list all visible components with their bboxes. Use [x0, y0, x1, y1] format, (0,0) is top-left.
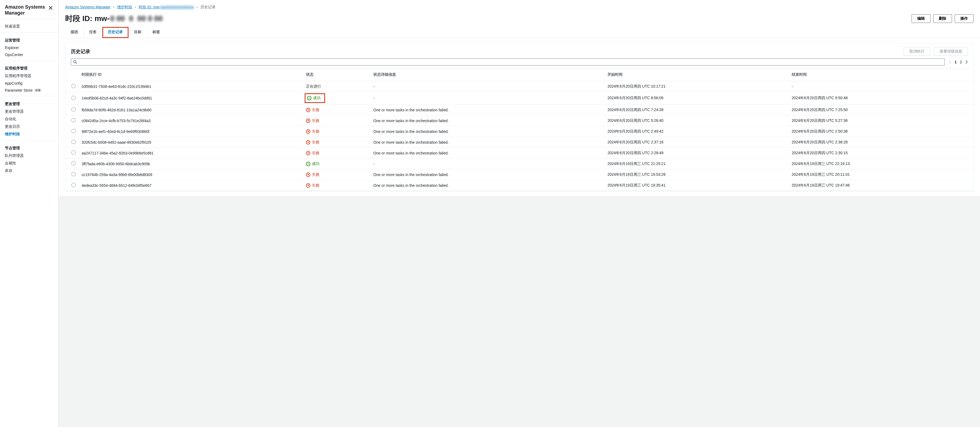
tab-targets[interactable]: 目标	[129, 27, 147, 38]
table-row[interactable]: 3ff7fada-e60b-4306-9950-6bdcab3c909b✓成功-…	[65, 158, 973, 169]
breadcrumb-l1[interactable]: 维护时段	[117, 5, 132, 9]
row-radio[interactable]	[72, 140, 76, 144]
sidebar-item-app-manager[interactable]: 应用程序管理器	[0, 72, 59, 80]
status-in-progress: 正在进行	[306, 84, 321, 89]
breadcrumb-root[interactable]: Amazon Systems Manager	[65, 5, 110, 9]
sidebar-item-inventory[interactable]: 库存	[0, 167, 59, 175]
search-input[interactable]	[77, 60, 942, 64]
cell-id: fb58da7d-80f9-462d-8161-13a1a24c9b80	[79, 105, 303, 115]
sidebar-item-appconfig[interactable]: AppConfig	[0, 80, 59, 87]
main-content: Amazon Systems Manager › 维护时段 › 时段 ID: m…	[59, 0, 980, 427]
pagination: 1 2	[948, 60, 968, 64]
page-prev-icon[interactable]	[948, 60, 951, 64]
row-radio[interactable]	[72, 84, 76, 88]
breadcrumb-l2[interactable]: 时段 ID: mw-0a0000000000000e	[139, 5, 194, 9]
cell-status: ✕失败	[303, 105, 371, 115]
sidebar-item-parameter-store[interactable]: Parameter Store 新建	[0, 87, 59, 94]
cell-end: 2024年6月20日周四 UTC 2:38:28	[789, 137, 973, 148]
cell-end: 2024年6月20日周四 UTC 2:50:38	[789, 126, 973, 137]
table-row[interactable]: 14ed5b08-82cd-4a3c-94f2-8ae24bc0dd91✓成功-…	[65, 92, 973, 105]
tab-tasks[interactable]: 任务	[84, 27, 102, 38]
cell-start: 2024年6月20日周四 UTC 5:26:40	[605, 115, 789, 126]
cell-detail: -	[371, 158, 605, 169]
view-details-button[interactable]: 查看详细信息	[934, 47, 968, 56]
sidebar-item-compliance[interactable]: 合规性	[0, 159, 59, 167]
row-radio[interactable]	[72, 183, 76, 187]
tab-tags[interactable]: 标签	[147, 27, 165, 38]
cell-detail: -	[371, 92, 605, 105]
svg-line-1	[76, 62, 77, 64]
x-circle-icon: ✕	[306, 129, 310, 134]
cell-detail: One or more tasks in the orchestration f…	[371, 126, 605, 137]
chevron-right-icon: ›	[113, 5, 115, 9]
row-radio[interactable]	[72, 172, 76, 176]
cell-detail: One or more tasks in the orchestration f…	[371, 105, 605, 115]
sidebar-group-change: 更改管理	[0, 99, 59, 108]
cell-detail: One or more tasks in the orchestration f…	[371, 137, 605, 148]
close-nav-icon[interactable]	[48, 5, 54, 11]
chevron-right-icon: ›	[197, 5, 198, 9]
cell-detail: One or more tasks in the orchestration f…	[371, 180, 605, 191]
table-row[interactable]: aa247117-34be-45a2-82b3-0e99b6e5c881✕失败O…	[65, 148, 973, 158]
cell-id: 3ff7fada-e60b-4306-9950-6bdcab3c909b	[79, 158, 303, 169]
row-radio[interactable]	[72, 96, 76, 100]
table-row[interactable]: 03f99b31-7508-4e63-81dc-220c1f199461正在进行…	[65, 81, 973, 92]
new-badge: 新建	[34, 88, 42, 92]
cell-id: 14ed5b08-82cd-4a3c-94f2-8ae24bc0dd91	[79, 92, 303, 105]
cell-end: 2024年6月20日周四 UTC 9:50:48	[789, 92, 973, 105]
page-next-icon[interactable]	[965, 60, 968, 64]
delete-button[interactable]: 删除	[933, 14, 952, 23]
table-row[interactable]: 98f72e1b-aef1-40ed-8c1d-9e69f930860f✕失败O…	[65, 126, 973, 137]
table-row[interactable]: 320fc54c-b508-4492-aaae-8930eb2f9105✕失败O…	[65, 137, 973, 148]
table-row[interactable]: cc19784b-259a-4a3a-99b9-6fe00b8d8309✕失败O…	[65, 169, 973, 180]
sidebar-item-explorer[interactable]: Explorer	[0, 44, 59, 51]
tab-history[interactable]: 历史记录	[102, 27, 129, 38]
cell-status: ✕失败	[303, 137, 371, 148]
sidebar-item-automation[interactable]: 自动化	[0, 115, 59, 123]
status-fail: ✕失败	[306, 183, 320, 188]
status-success: ✓成功	[306, 95, 324, 102]
row-radio[interactable]	[72, 161, 76, 166]
page-1[interactable]: 1	[955, 60, 956, 64]
sidebar: Amazon Systems Manager 快速设置 运营管理 Explore…	[0, 0, 59, 427]
table-row[interactable]: c0842d5a-2cce-4cfb-b753-5c761e2bf4a3✕失败O…	[65, 115, 973, 126]
row-radio[interactable]	[72, 118, 76, 123]
cell-detail: One or more tasks in the orchestration f…	[371, 169, 605, 180]
table-row[interactable]: 4edea33c-5554-4684-b512-64fe34f5e667✕失败O…	[65, 180, 973, 191]
row-radio[interactable]	[72, 107, 76, 112]
history-table: 时段执行 ID 状态 状态详细信息 开始时间 结束时间 03f99b31-750…	[65, 68, 973, 191]
sidebar-title: Amazon Systems Manager	[5, 4, 48, 16]
sidebar-item-change-calendar[interactable]: 更改日历	[0, 123, 59, 131]
row-radio[interactable]	[72, 150, 76, 155]
check-circle-icon: ✓	[307, 96, 312, 100]
cell-start: 2024年6月20日周四 UTC 2:49:42	[605, 126, 789, 137]
cell-status: ✓成功	[303, 158, 371, 169]
x-circle-icon: ✕	[306, 108, 310, 112]
sidebar-item-fleet-manager[interactable]: 队列管理器	[0, 152, 59, 159]
sidebar-item-opscenter[interactable]: OpsCenter	[0, 51, 59, 58]
page-2[interactable]: 2	[960, 60, 962, 64]
status-fail: ✕失败	[306, 108, 320, 112]
sidebar-item-maintenance-window[interactable]: 维护时段	[0, 131, 59, 138]
cell-end: -	[789, 81, 973, 92]
cell-start: 2024年6月20日周四 UTC 2:28:49	[605, 148, 789, 158]
col-detail: 状态详细信息	[371, 69, 605, 81]
search-input-wrap[interactable]	[71, 59, 945, 65]
table-row[interactable]: fb58da7d-80f9-462d-8161-13a1a24c9b80✕失败O…	[65, 105, 973, 115]
cell-end: 2024年6月19日周三 UTC 22:19:13	[789, 158, 973, 169]
check-circle-icon: ✓	[306, 162, 310, 166]
tab-description[interactable]: 描述	[65, 27, 84, 38]
row-radio[interactable]	[72, 129, 76, 133]
cancel-execution-button[interactable]: 取消执行	[904, 47, 930, 56]
cell-detail: -	[371, 81, 605, 92]
x-circle-icon: ✕	[306, 183, 310, 188]
col-end: 结束时间	[789, 69, 973, 81]
sidebar-group-node: 节点管理	[0, 143, 59, 152]
edit-button[interactable]: 编辑	[912, 14, 931, 23]
actions-button[interactable]: 操作	[955, 14, 974, 23]
sidebar-item-change-manager[interactable]: 更改管理器	[0, 108, 59, 115]
status-fail: ✕失败	[306, 151, 320, 156]
sidebar-item-quick-setup[interactable]: 快速设置	[0, 23, 59, 30]
search-icon	[73, 60, 77, 64]
col-start: 开始时间	[605, 69, 789, 81]
